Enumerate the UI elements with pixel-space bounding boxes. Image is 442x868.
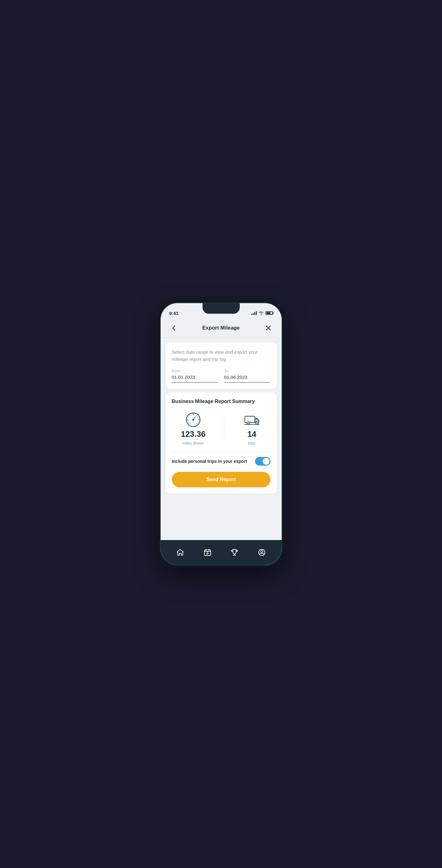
- date-range-row: From 01.01.2023 To 01.06.2023: [172, 369, 270, 382]
- date-range-card: Select date range to view and export you…: [166, 343, 277, 389]
- trips-label: trips: [248, 441, 256, 445]
- to-value: 01.06.2023: [224, 374, 270, 382]
- signal-icon: [251, 311, 257, 315]
- speedometer-icon: [184, 410, 203, 428]
- back-button[interactable]: [168, 322, 179, 334]
- from-label: From: [172, 369, 218, 373]
- page-title: Export Mileage: [202, 325, 240, 331]
- miles-driven-stat: 123.36 miles driven: [181, 410, 206, 445]
- miles-value: 123.36: [181, 429, 206, 439]
- truck-icon: [242, 410, 261, 428]
- close-button[interactable]: [263, 322, 274, 334]
- card-description: Select date range to view and export you…: [172, 349, 270, 363]
- svg-point-9: [248, 423, 249, 424]
- from-value: 01.01.2023: [172, 374, 218, 382]
- send-report-button[interactable]: Send Report: [172, 472, 270, 487]
- phone-screen: 9:41: [161, 303, 282, 565]
- profile-icon: [258, 548, 266, 556]
- svg-point-11: [256, 423, 258, 424]
- nav-item-home[interactable]: [171, 543, 189, 562]
- back-icon: [172, 326, 175, 331]
- stat-divider: [224, 419, 224, 437]
- notch: [203, 303, 240, 314]
- summary-card: Business Mileage Report Summary: [166, 393, 277, 494]
- stats-row: 123.36 miles driven: [172, 410, 270, 445]
- personal-trips-toggle[interactable]: [255, 457, 270, 466]
- trips-value: 14: [247, 429, 256, 439]
- svg-point-21: [261, 551, 263, 553]
- nav-item-rewards[interactable]: [225, 543, 244, 562]
- section-divider: [172, 452, 270, 452]
- page-header: Export Mileage: [161, 319, 282, 338]
- personal-trips-toggle-row: Include personal trips in your export: [172, 457, 270, 466]
- status-time: 9:41: [169, 311, 179, 316]
- status-icons: [251, 311, 273, 315]
- phone-frame: 9:41: [161, 303, 282, 565]
- close-icon: [266, 326, 271, 331]
- to-label: To: [224, 369, 270, 373]
- miles-label: miles driven: [182, 441, 204, 445]
- summary-title: Business Mileage Report Summary: [172, 399, 270, 404]
- nav-item-profile[interactable]: [253, 543, 271, 562]
- from-date-field[interactable]: From 01.01.2023: [172, 369, 218, 382]
- nav-item-trips[interactable]: [198, 543, 217, 562]
- toggle-label: Include personal trips in your export: [172, 459, 255, 464]
- home-icon: [176, 548, 184, 556]
- trophy-icon: [231, 548, 238, 556]
- scroll-content: Select date range to view and export you…: [161, 338, 282, 540]
- svg-point-6: [192, 419, 194, 421]
- battery-icon: [266, 311, 273, 315]
- calendar-pin-icon: [204, 548, 211, 556]
- wifi-icon: [259, 311, 264, 315]
- trips-stat: 14 trips: [242, 410, 261, 445]
- toggle-knob: [263, 458, 269, 465]
- bottom-nav: [161, 540, 282, 565]
- svg-rect-7: [245, 416, 255, 422]
- to-date-field[interactable]: To 01.06.2023: [224, 369, 270, 382]
